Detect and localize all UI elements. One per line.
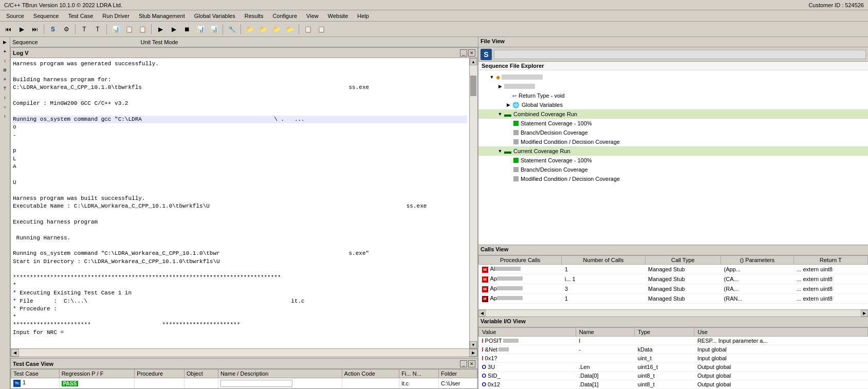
- sidebar-icon-7[interactable]: ○: [1, 103, 9, 111]
- menu-source[interactable]: Source: [2, 12, 28, 20]
- log-scroll-thumb[interactable]: [470, 76, 476, 96]
- toolbar-btn-folder1[interactable]: 📁: [244, 23, 256, 35]
- menu-results[interactable]: Results: [241, 12, 268, 20]
- calls-hscroll-track[interactable]: [486, 310, 861, 317]
- calls-row-2[interactable]: MAp i... 1 Managed Stub (CA... ... exter…: [479, 274, 868, 284]
- calls-row-3[interactable]: MAp 3 Managed Stub (RA... ... extern uin…: [479, 284, 868, 294]
- toolbar-btn-chart[interactable]: 📊: [109, 23, 122, 35]
- toolbar-btn-clip2[interactable]: 📋: [136, 23, 149, 35]
- tree-item-root[interactable]: ▼ ◆: [478, 72, 868, 82]
- tree-item-mcd-cov2[interactable]: Modified Condition / Decision Coverage: [478, 174, 868, 183]
- tc-name-input[interactable]: [220, 380, 292, 387]
- menu-rundriver[interactable]: Run Driver: [98, 12, 134, 20]
- toolbar-btn-folder2[interactable]: 📁: [257, 23, 269, 35]
- toolbar-btn-clip4[interactable]: 📋: [315, 23, 327, 35]
- vio-title-text: Variable I/O View: [481, 318, 526, 324]
- menu-configure[interactable]: Configure: [268, 12, 301, 20]
- tree-expand-combined[interactable]: ▼: [497, 111, 503, 117]
- tc-minimize-btn[interactable]: _: [460, 360, 467, 367]
- vio-row-1[interactable]: I POSIT I RESP... Input parameter a...: [479, 337, 868, 345]
- toolbar-btn-2[interactable]: ▶: [15, 23, 28, 35]
- tree-item-return[interactable]: ↩ Return Type - void: [478, 91, 868, 100]
- vio-row-6[interactable]: O 0x12 .Data[1] uint8_t Output global: [479, 380, 868, 389]
- sidebar-icon-2[interactable]: ↕: [1, 57, 9, 65]
- tc-close-btn[interactable]: ✕: [468, 360, 475, 367]
- sequence-label: Sequence: [12, 39, 38, 45]
- tree-item-current[interactable]: ▼ ▬ Current Coverage Run: [478, 146, 868, 156]
- toolbar-btn-chart2[interactable]: 📊: [194, 23, 207, 35]
- toolbar-btn-clip1[interactable]: 📋: [123, 23, 135, 35]
- vio-row-3[interactable]: I 0x1? uint_t Input global: [479, 354, 868, 363]
- calls-row-4[interactable]: MAp 1 Managed Stub (RAN... ... extern ui…: [479, 294, 868, 304]
- calls-content[interactable]: Procedure Calls Number of Calls Call Typ…: [478, 255, 868, 309]
- log-hscroll-track[interactable]: [19, 349, 469, 357]
- global-vars-icon: 🌐: [512, 102, 520, 108]
- log-minimize-btn[interactable]: _: [460, 49, 467, 57]
- tree-item-sub[interactable]: ▶: [478, 82, 868, 91]
- log-close-btn[interactable]: ✕: [468, 49, 475, 57]
- log-hscroll-left[interactable]: ◀: [11, 349, 19, 357]
- sidebar-icon-4[interactable]: ≡: [1, 75, 9, 83]
- table-row[interactable]: Tc1 PASS it.c C:\Us: [11, 378, 477, 388]
- log-hscroll-right[interactable]: ▶: [469, 349, 477, 357]
- vio-content[interactable]: Value Name Type Use I POSIT I: [478, 327, 868, 389]
- menu-testcase[interactable]: Test Case: [64, 12, 97, 20]
- toolbar-btn-gear[interactable]: ⚙: [60, 23, 72, 35]
- log-content[interactable]: Harness program was generated successful…: [11, 58, 469, 348]
- tree-expand-globals[interactable]: ▶: [505, 102, 511, 108]
- tree-item-stmt-cov2[interactable]: Statement Coverage - 100%: [478, 156, 868, 165]
- vio-cell-name-1: I: [576, 337, 635, 345]
- toolbar-btn-s[interactable]: S: [47, 23, 59, 35]
- menu-globalvars[interactable]: Global Variables: [190, 12, 239, 20]
- sidebar-icon-3[interactable]: ⊞: [1, 66, 9, 74]
- calls-row-1[interactable]: MAl 1 Managed Stub (App... ... extern ui…: [479, 265, 868, 274]
- toolbar-btn-play1[interactable]: ▶: [154, 23, 167, 35]
- tree-expand-sub[interactable]: ▶: [497, 83, 503, 89]
- log-scroll-track[interactable]: [470, 65, 477, 341]
- toolbar-btn-3[interactable]: ⏭: [29, 23, 41, 35]
- log-vscroll[interactable]: ▲ ▼: [469, 58, 477, 348]
- log-line-5: [13, 92, 467, 100]
- toolbar-btn-chart3[interactable]: 📊: [208, 23, 220, 35]
- tree-expand-root[interactable]: ▼: [489, 74, 495, 80]
- toolbar-btn-stop[interactable]: ⏹: [181, 23, 193, 35]
- toolbar-btn-play2[interactable]: ▶: [168, 23, 180, 35]
- menu-help[interactable]: Help: [353, 12, 373, 20]
- menu-website[interactable]: Website: [324, 12, 353, 20]
- menu-sequence[interactable]: Sequence: [29, 12, 63, 20]
- toolbar-btn-t2[interactable]: T: [91, 23, 104, 35]
- sidebar-icon-6[interactable]: I: [1, 94, 9, 102]
- vio-row-2[interactable]: I &Net - kData Input global: [479, 345, 868, 354]
- toolbar-btn-folder3[interactable]: 📁: [270, 23, 283, 35]
- menu-view[interactable]: View: [302, 12, 323, 20]
- sidebar-icon-8[interactable]: I: [1, 112, 9, 120]
- calls-hscroll-left[interactable]: ◀: [478, 310, 486, 317]
- tree-item-branch-cov1[interactable]: Branch/Decision Coverage: [478, 128, 868, 137]
- calls-cell-params-3: (RA...: [721, 284, 794, 294]
- tree-content[interactable]: ▼ ◆ ▶ ↩ Return Type - void ▶: [478, 70, 868, 245]
- toolbar-btn-1[interactable]: ⏮: [2, 23, 14, 35]
- toolbar-btn-t1[interactable]: T: [78, 23, 90, 35]
- tree-expand-current[interactable]: ▼: [497, 148, 503, 154]
- tree-item-combined[interactable]: ▼ ▬ Combined Coverage Run: [478, 109, 868, 119]
- sidebar-icon-5[interactable]: T: [1, 84, 9, 92]
- calls-hscroll[interactable]: ◀ ▶: [478, 309, 868, 317]
- tree-item-mcd-cov1[interactable]: Modified Condition / Decision Coverage: [478, 137, 868, 146]
- file-view-path-bar[interactable]: [494, 50, 866, 59]
- vio-row-4[interactable]: O 3U .Len uint16_t Output global: [479, 363, 868, 372]
- toolbar-btn-clip3[interactable]: 📋: [302, 23, 314, 35]
- toolbar-btn-gear2[interactable]: 🔧: [226, 23, 238, 35]
- calls-hscroll-right[interactable]: ▶: [861, 310, 868, 317]
- tree-item-branch-cov2[interactable]: Branch/Decision Coverage: [478, 165, 868, 174]
- log-scroll-down[interactable]: ▼: [470, 341, 477, 348]
- toolbar-btn-folder4[interactable]: 📁: [284, 23, 296, 35]
- log-scroll-up[interactable]: ▲: [470, 58, 477, 65]
- log-hscrollbar[interactable]: ◀ ▶: [11, 348, 477, 357]
- vio-row-5[interactable]: O SID_ .Data[0] uint8_t Output global: [479, 372, 868, 380]
- sidebar-icon-1[interactable]: ✦: [1, 47, 9, 55]
- tree-item-stmt-cov1[interactable]: Statement Coverage - 100%: [478, 119, 868, 128]
- tc-content[interactable]: Test Case Regression P / F Procedure Obj…: [11, 369, 477, 388]
- tree-item-globals[interactable]: ▶ 🌐 Global Variables: [478, 100, 868, 109]
- sidebar-icon-arrow[interactable]: ▶: [1, 38, 9, 46]
- menu-stubmgmt[interactable]: Stub Management: [135, 12, 189, 20]
